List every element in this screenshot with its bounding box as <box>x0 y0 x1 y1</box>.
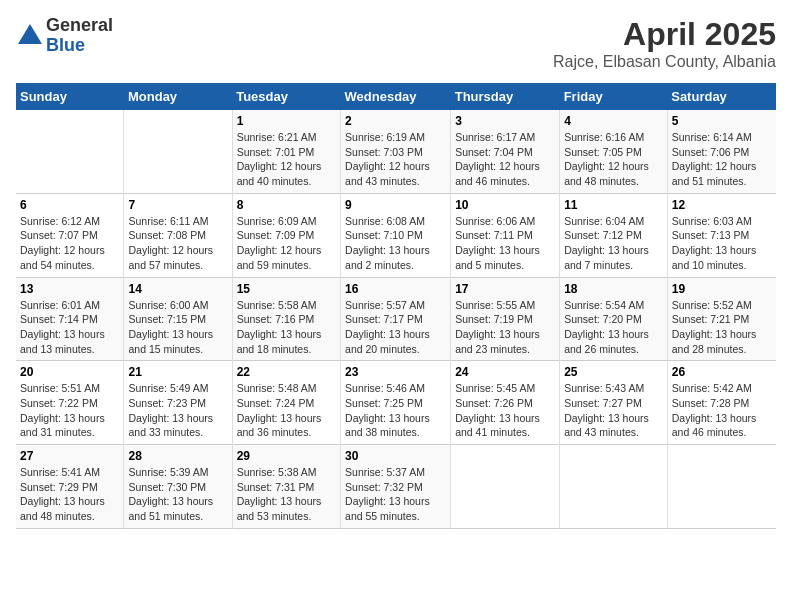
day-info: Sunrise: 6:03 AM Sunset: 7:13 PM Dayligh… <box>672 214 772 273</box>
day-number: 19 <box>672 282 772 296</box>
calendar-cell: 6Sunrise: 6:12 AM Sunset: 7:07 PM Daylig… <box>16 193 124 277</box>
calendar-cell: 23Sunrise: 5:46 AM Sunset: 7:25 PM Dayli… <box>341 361 451 445</box>
day-info: Sunrise: 5:43 AM Sunset: 7:27 PM Dayligh… <box>564 381 663 440</box>
calendar-cell: 8Sunrise: 6:09 AM Sunset: 7:09 PM Daylig… <box>232 193 340 277</box>
day-info: Sunrise: 6:08 AM Sunset: 7:10 PM Dayligh… <box>345 214 446 273</box>
calendar-cell: 27Sunrise: 5:41 AM Sunset: 7:29 PM Dayli… <box>16 445 124 529</box>
week-row-3: 13Sunrise: 6:01 AM Sunset: 7:14 PM Dayli… <box>16 277 776 361</box>
day-number: 11 <box>564 198 663 212</box>
calendar-cell: 4Sunrise: 6:16 AM Sunset: 7:05 PM Daylig… <box>560 110 668 193</box>
calendar-cell: 1Sunrise: 6:21 AM Sunset: 7:01 PM Daylig… <box>232 110 340 193</box>
day-info: Sunrise: 5:57 AM Sunset: 7:17 PM Dayligh… <box>345 298 446 357</box>
calendar-cell <box>451 445 560 529</box>
calendar-cell: 2Sunrise: 6:19 AM Sunset: 7:03 PM Daylig… <box>341 110 451 193</box>
day-number: 7 <box>128 198 227 212</box>
day-number: 17 <box>455 282 555 296</box>
day-info: Sunrise: 5:54 AM Sunset: 7:20 PM Dayligh… <box>564 298 663 357</box>
week-row-2: 6Sunrise: 6:12 AM Sunset: 7:07 PM Daylig… <box>16 193 776 277</box>
calendar-cell: 28Sunrise: 5:39 AM Sunset: 7:30 PM Dayli… <box>124 445 232 529</box>
logo: General Blue <box>16 16 113 56</box>
day-info: Sunrise: 5:38 AM Sunset: 7:31 PM Dayligh… <box>237 465 336 524</box>
day-info: Sunrise: 6:00 AM Sunset: 7:15 PM Dayligh… <box>128 298 227 357</box>
day-info: Sunrise: 5:51 AM Sunset: 7:22 PM Dayligh… <box>20 381 119 440</box>
day-info: Sunrise: 6:06 AM Sunset: 7:11 PM Dayligh… <box>455 214 555 273</box>
weekday-header-tuesday: Tuesday <box>232 83 340 110</box>
calendar-cell: 11Sunrise: 6:04 AM Sunset: 7:12 PM Dayli… <box>560 193 668 277</box>
week-row-4: 20Sunrise: 5:51 AM Sunset: 7:22 PM Dayli… <box>16 361 776 445</box>
calendar-cell: 19Sunrise: 5:52 AM Sunset: 7:21 PM Dayli… <box>667 277 776 361</box>
day-number: 8 <box>237 198 336 212</box>
day-info: Sunrise: 6:01 AM Sunset: 7:14 PM Dayligh… <box>20 298 119 357</box>
day-info: Sunrise: 6:12 AM Sunset: 7:07 PM Dayligh… <box>20 214 119 273</box>
day-number: 1 <box>237 114 336 128</box>
day-number: 10 <box>455 198 555 212</box>
day-info: Sunrise: 6:21 AM Sunset: 7:01 PM Dayligh… <box>237 130 336 189</box>
day-number: 15 <box>237 282 336 296</box>
title-block: April 2025 Rajce, Elbasan County, Albani… <box>553 16 776 71</box>
calendar-cell <box>560 445 668 529</box>
day-number: 24 <box>455 365 555 379</box>
day-info: Sunrise: 5:42 AM Sunset: 7:28 PM Dayligh… <box>672 381 772 440</box>
day-number: 25 <box>564 365 663 379</box>
day-number: 27 <box>20 449 119 463</box>
weekday-header-wednesday: Wednesday <box>341 83 451 110</box>
calendar-cell: 22Sunrise: 5:48 AM Sunset: 7:24 PM Dayli… <box>232 361 340 445</box>
calendar-cell: 9Sunrise: 6:08 AM Sunset: 7:10 PM Daylig… <box>341 193 451 277</box>
calendar-cell: 3Sunrise: 6:17 AM Sunset: 7:04 PM Daylig… <box>451 110 560 193</box>
calendar-cell: 29Sunrise: 5:38 AM Sunset: 7:31 PM Dayli… <box>232 445 340 529</box>
day-info: Sunrise: 6:04 AM Sunset: 7:12 PM Dayligh… <box>564 214 663 273</box>
calendar-cell: 15Sunrise: 5:58 AM Sunset: 7:16 PM Dayli… <box>232 277 340 361</box>
calendar-cell: 21Sunrise: 5:49 AM Sunset: 7:23 PM Dayli… <box>124 361 232 445</box>
page-header: General Blue April 2025 Rajce, Elbasan C… <box>16 16 776 71</box>
day-number: 21 <box>128 365 227 379</box>
logo-blue: Blue <box>46 36 113 56</box>
day-info: Sunrise: 5:58 AM Sunset: 7:16 PM Dayligh… <box>237 298 336 357</box>
calendar-cell: 26Sunrise: 5:42 AM Sunset: 7:28 PM Dayli… <box>667 361 776 445</box>
day-info: Sunrise: 5:48 AM Sunset: 7:24 PM Dayligh… <box>237 381 336 440</box>
day-number: 13 <box>20 282 119 296</box>
svg-marker-0 <box>18 24 42 44</box>
day-info: Sunrise: 5:46 AM Sunset: 7:25 PM Dayligh… <box>345 381 446 440</box>
day-info: Sunrise: 5:49 AM Sunset: 7:23 PM Dayligh… <box>128 381 227 440</box>
day-number: 6 <box>20 198 119 212</box>
calendar-cell: 16Sunrise: 5:57 AM Sunset: 7:17 PM Dayli… <box>341 277 451 361</box>
day-info: Sunrise: 6:09 AM Sunset: 7:09 PM Dayligh… <box>237 214 336 273</box>
weekday-header-saturday: Saturday <box>667 83 776 110</box>
calendar-cell: 17Sunrise: 5:55 AM Sunset: 7:19 PM Dayli… <box>451 277 560 361</box>
calendar-cell <box>16 110 124 193</box>
weekday-header-friday: Friday <box>560 83 668 110</box>
day-info: Sunrise: 5:45 AM Sunset: 7:26 PM Dayligh… <box>455 381 555 440</box>
weekday-header-monday: Monday <box>124 83 232 110</box>
calendar-cell: 25Sunrise: 5:43 AM Sunset: 7:27 PM Dayli… <box>560 361 668 445</box>
day-number: 23 <box>345 365 446 379</box>
day-number: 28 <box>128 449 227 463</box>
calendar-cell: 24Sunrise: 5:45 AM Sunset: 7:26 PM Dayli… <box>451 361 560 445</box>
calendar-cell: 7Sunrise: 6:11 AM Sunset: 7:08 PM Daylig… <box>124 193 232 277</box>
calendar-cell <box>124 110 232 193</box>
weekday-header-row: SundayMondayTuesdayWednesdayThursdayFrid… <box>16 83 776 110</box>
day-info: Sunrise: 5:55 AM Sunset: 7:19 PM Dayligh… <box>455 298 555 357</box>
day-number: 16 <box>345 282 446 296</box>
calendar-cell <box>667 445 776 529</box>
day-info: Sunrise: 6:14 AM Sunset: 7:06 PM Dayligh… <box>672 130 772 189</box>
day-info: Sunrise: 5:37 AM Sunset: 7:32 PM Dayligh… <box>345 465 446 524</box>
week-row-1: 1Sunrise: 6:21 AM Sunset: 7:01 PM Daylig… <box>16 110 776 193</box>
day-number: 3 <box>455 114 555 128</box>
day-info: Sunrise: 5:41 AM Sunset: 7:29 PM Dayligh… <box>20 465 119 524</box>
calendar-cell: 13Sunrise: 6:01 AM Sunset: 7:14 PM Dayli… <box>16 277 124 361</box>
day-number: 30 <box>345 449 446 463</box>
day-number: 4 <box>564 114 663 128</box>
weekday-header-sunday: Sunday <box>16 83 124 110</box>
calendar-subtitle: Rajce, Elbasan County, Albania <box>553 53 776 71</box>
week-row-5: 27Sunrise: 5:41 AM Sunset: 7:29 PM Dayli… <box>16 445 776 529</box>
day-number: 14 <box>128 282 227 296</box>
day-number: 22 <box>237 365 336 379</box>
calendar-title: April 2025 <box>553 16 776 53</box>
calendar-table: SundayMondayTuesdayWednesdayThursdayFrid… <box>16 83 776 529</box>
logo-text: General Blue <box>46 16 113 56</box>
day-number: 29 <box>237 449 336 463</box>
day-info: Sunrise: 6:16 AM Sunset: 7:05 PM Dayligh… <box>564 130 663 189</box>
day-info: Sunrise: 5:39 AM Sunset: 7:30 PM Dayligh… <box>128 465 227 524</box>
calendar-cell: 12Sunrise: 6:03 AM Sunset: 7:13 PM Dayli… <box>667 193 776 277</box>
weekday-header-thursday: Thursday <box>451 83 560 110</box>
